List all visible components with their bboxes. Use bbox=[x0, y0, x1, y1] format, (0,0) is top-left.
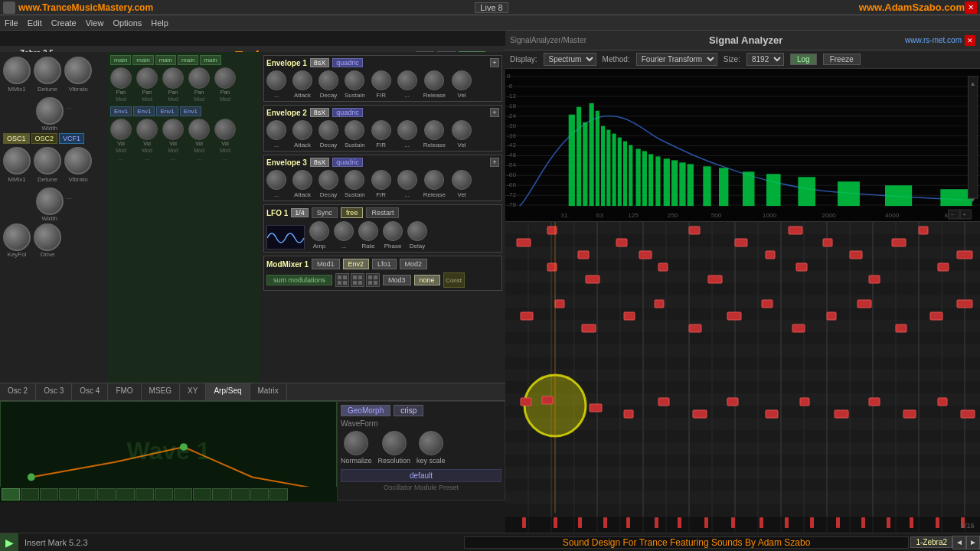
wave-thumb-10[interactable] bbox=[174, 488, 192, 500]
knob-lfo-amp[interactable] bbox=[309, 221, 329, 241]
menu-edit[interactable]: Edit bbox=[28, 18, 42, 28]
wave-thumb-9[interactable] bbox=[155, 488, 173, 500]
knob-pan-1[interactable] bbox=[110, 67, 132, 89]
knob-env2-extra2[interactable] bbox=[397, 120, 417, 140]
menu-help[interactable]: Help bbox=[151, 18, 168, 28]
knob-env2-release[interactable] bbox=[424, 120, 444, 140]
patch-env-3[interactable]: Env1 bbox=[156, 106, 178, 116]
envelope-3-mode[interactable]: quadric bbox=[332, 158, 363, 167]
knob-vol-1[interactable] bbox=[110, 119, 132, 140]
menu-options[interactable]: Options bbox=[113, 18, 142, 28]
window-close-button[interactable]: ✕ bbox=[965, 2, 977, 14]
wave-thumb-2[interactable] bbox=[21, 488, 39, 500]
vcf1-label[interactable]: VCF1 bbox=[59, 133, 84, 144]
knob-env3-release[interactable] bbox=[424, 170, 444, 190]
patch-main-5[interactable]: main bbox=[200, 55, 220, 65]
next-track-btn[interactable]: ► bbox=[966, 536, 980, 549]
envelope-1-mode[interactable]: quadric bbox=[332, 58, 363, 67]
size-select[interactable]: 8192 bbox=[746, 53, 784, 66]
knob-main-osc[interactable] bbox=[3, 57, 31, 84]
knob-env1-release[interactable] bbox=[424, 70, 444, 90]
wave-thumb-1[interactable] bbox=[2, 488, 20, 500]
tab-osc2[interactable]: Osc 2 bbox=[0, 383, 36, 400]
lfo-free-btn[interactable]: free bbox=[341, 207, 364, 218]
tab-matrix[interactable]: Matrix bbox=[250, 383, 287, 400]
envelope-2-expand-btn[interactable]: + bbox=[490, 108, 499, 117]
mod-sum-btn[interactable]: sum modulations bbox=[266, 275, 332, 285]
knob-env1-attack[interactable] bbox=[292, 70, 312, 90]
lfo-sync-btn[interactable]: Sync bbox=[312, 207, 338, 218]
menu-view[interactable]: View bbox=[86, 18, 104, 28]
mod-btn-2[interactable]: Env2 bbox=[343, 259, 370, 269]
knob-env1-extra[interactable] bbox=[266, 70, 286, 90]
wave-thumb-15[interactable] bbox=[270, 488, 288, 500]
envelope-2-badge[interactable]: 8sX bbox=[310, 108, 330, 117]
knob-env1-vel[interactable] bbox=[452, 70, 472, 90]
knob-vol-4[interactable] bbox=[188, 119, 210, 140]
waveform-canvas[interactable]: Wave 1 bbox=[1, 402, 336, 500]
const-knob[interactable]: Const bbox=[443, 272, 465, 288]
prev-track-btn[interactable]: ◄ bbox=[952, 536, 966, 549]
lfo-restart-btn[interactable]: Restart bbox=[366, 207, 399, 218]
knob-env3-decay[interactable] bbox=[318, 170, 338, 190]
zebra-track-badge[interactable]: 1-Zebra2 bbox=[910, 536, 952, 548]
patch-env-2[interactable]: Env1 bbox=[133, 106, 155, 116]
wave-thumb-11[interactable] bbox=[193, 488, 211, 500]
knob-env3-attack[interactable] bbox=[292, 170, 312, 190]
mod-btn-none[interactable]: none bbox=[414, 275, 440, 285]
knob-env3-extra2[interactable] bbox=[397, 170, 417, 190]
knob-width-1[interactable] bbox=[36, 97, 64, 125]
knob-detune-1[interactable] bbox=[34, 57, 61, 84]
mod-btn-3a[interactable]: Mod3 bbox=[383, 275, 411, 285]
knob-vol-5[interactable] bbox=[214, 119, 236, 140]
patch-env-1[interactable]: Env1 bbox=[110, 106, 132, 116]
knob-lfo-rate[interactable] bbox=[358, 221, 378, 241]
knob-detune-2[interactable] bbox=[34, 147, 61, 174]
menu-create[interactable]: Create bbox=[51, 18, 77, 28]
knob-env3-sustain[interactable] bbox=[345, 170, 364, 190]
knob-env2-vel[interactable] bbox=[452, 120, 472, 140]
knob-vibrato-1[interactable] bbox=[64, 57, 92, 84]
knob-pan-2[interactable] bbox=[136, 67, 158, 89]
mod-btn-3[interactable]: Lfo1 bbox=[372, 259, 397, 269]
tab-fmo[interactable]: FMO bbox=[108, 383, 141, 400]
mod-btn-4[interactable]: Mod2 bbox=[400, 259, 428, 269]
freeze-btn[interactable]: Freeze bbox=[823, 54, 861, 65]
wave-thumb-7[interactable] bbox=[116, 488, 135, 500]
mod-grid-3[interactable] bbox=[366, 273, 380, 287]
envelope-3-expand-btn[interactable]: + bbox=[490, 158, 499, 167]
wave-thumb-13[interactable] bbox=[231, 488, 250, 500]
geomorph-crisp-btn[interactable]: crisp bbox=[394, 405, 423, 416]
mod-grid-1[interactable] bbox=[335, 273, 349, 287]
mod-btn-1[interactable]: Mod1 bbox=[312, 259, 340, 269]
wave-thumb-8[interactable] bbox=[136, 488, 154, 500]
tab-xy[interactable]: XY bbox=[180, 383, 206, 400]
knob-env3-vel[interactable] bbox=[452, 170, 472, 190]
knob-main-osc2[interactable] bbox=[3, 147, 31, 174]
envelope-1-badge[interactable]: 8sX bbox=[310, 58, 330, 67]
knob-drive[interactable] bbox=[34, 223, 61, 251]
wave-thumb-5[interactable] bbox=[78, 488, 96, 500]
tab-mseg[interactable]: MSEG bbox=[142, 383, 180, 400]
tab-osc3[interactable]: Osc 3 bbox=[36, 383, 72, 400]
knob-env2-sustain[interactable] bbox=[345, 120, 364, 140]
envelope-3-badge[interactable]: 8sX bbox=[310, 158, 330, 167]
knob-env2-extra[interactable] bbox=[266, 120, 286, 140]
knob-vol-2[interactable] bbox=[136, 119, 158, 140]
patch-main-3[interactable]: main bbox=[155, 55, 176, 65]
method-select[interactable]: Fourier Transform bbox=[636, 53, 717, 66]
knob-pan-4[interactable] bbox=[188, 67, 210, 89]
knob-normalize[interactable] bbox=[344, 431, 368, 455]
knob-env2-fr[interactable] bbox=[371, 120, 391, 140]
knob-lfo-extra[interactable] bbox=[334, 221, 354, 241]
knob-env2-attack[interactable] bbox=[292, 120, 312, 140]
knob-keyfol[interactable] bbox=[3, 223, 31, 251]
knob-env3-fr[interactable] bbox=[371, 170, 391, 190]
envelope-1-expand-btn[interactable]: + bbox=[490, 58, 499, 67]
wave-thumb-6[interactable] bbox=[97, 488, 116, 500]
log-btn[interactable]: Log bbox=[790, 54, 817, 65]
analyzer-link[interactable]: www.rs-met.com bbox=[905, 36, 962, 44]
knob-vibrato-2[interactable] bbox=[64, 147, 92, 174]
knob-lfo-phase[interactable] bbox=[383, 221, 403, 241]
osc1-label[interactable]: OSC1 bbox=[3, 133, 30, 144]
